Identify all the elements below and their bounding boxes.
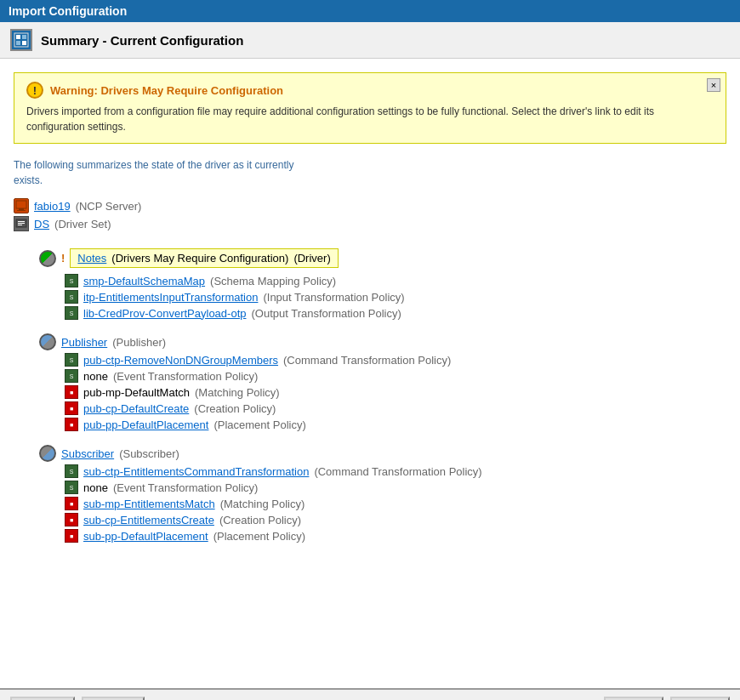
sub-mp-icon: ■ — [65, 497, 78, 510]
pub-etp-icon: S — [65, 369, 78, 383]
publisher-row: Publisher (Publisher) — [39, 333, 726, 350]
driver-label: (Driver) — [293, 252, 330, 265]
sub-policy-1: S none (Event Transformation Policy) — [65, 481, 726, 494]
pub-mp-icon: ■ — [65, 385, 78, 399]
pub-mp-name: pub-mp-DefaultMatch — [83, 386, 190, 399]
svg-rect-10 — [18, 223, 25, 224]
notes-bar: Notes (Drivers May Require Configuration… — [70, 248, 338, 268]
notes-label[interactable]: Notes — [77, 252, 106, 265]
pub-mp-label: (Matching Policy) — [195, 386, 280, 399]
subscriber-icon — [39, 445, 56, 462]
ncp-server-link[interactable]: fabio19 — [34, 200, 71, 213]
svg-rect-6 — [19, 208, 24, 210]
input-transform-link[interactable]: itp-EntitlementsInputTransformation — [83, 291, 258, 304]
pub-policy-3: ■ pub-cp-DefaultCreate (Creation Policy) — [65, 401, 726, 415]
sub-etp-label: (Event Transformation Policy) — [113, 481, 259, 494]
svg-rect-4 — [22, 41, 26, 45]
output-transform-icon: S — [65, 306, 78, 320]
input-transform-icon: S — [65, 290, 78, 304]
pub-pp-link[interactable]: pub-pp-DefaultPlacement — [83, 418, 208, 431]
sub-pp-icon: ■ — [65, 529, 78, 543]
title-bar: Import Configuration — [0, 0, 740, 22]
sub-cp-icon: ■ — [65, 513, 78, 526]
warning-body: Drivers imported from a configuration fi… — [26, 104, 714, 134]
cancel-button[interactable]: Cancel — [604, 697, 663, 700]
sub-cp-link[interactable]: sub-cp-EntitlementsCreate — [83, 514, 214, 526]
sub-ctp-icon: S — [65, 464, 78, 478]
subscriber-section: Subscriber (Subscriber) S sub-ctp-Entitl… — [39, 445, 726, 543]
warning-title-label: Warning: Drivers May Require Configurati… — [50, 84, 283, 97]
pub-policy-2: ■ pub-mp-DefaultMatch (Matching Policy) — [65, 385, 726, 399]
svg-rect-1 — [16, 35, 20, 39]
driver-set-link[interactable]: DS — [34, 218, 49, 230]
publisher-policies: S pub-ctp-RemoveNonDNGroupMembers (Comma… — [65, 353, 726, 431]
driver-policy-0: S smp-DefaultSchemaMap (Schema Mapping P… — [65, 274, 726, 287]
pub-policy-0: S pub-ctp-RemoveNonDNGroupMembers (Comma… — [65, 353, 726, 367]
publisher-link[interactable]: Publisher — [61, 336, 107, 349]
subscriber-label: (Subscriber) — [119, 447, 179, 460]
sub-pp-label: (Placement Policy) — [213, 530, 305, 543]
driver-policies: S smp-DefaultSchemaMap (Schema Mapping P… — [65, 274, 726, 320]
subscriber-row: Subscriber (Subscriber) — [39, 445, 726, 462]
svg-rect-9 — [18, 221, 25, 222]
driver-set-icon — [14, 216, 29, 231]
subscriber-link[interactable]: Subscriber — [61, 447, 114, 460]
schema-map-label: (Schema Mapping Policy) — [210, 275, 336, 287]
main-content: ! Warning: Drivers May Require Configura… — [0, 59, 740, 688]
pub-ctp-label: (Command Transformation Policy) — [283, 354, 451, 367]
sub-mp-link[interactable]: sub-mp-EntitlementsMatch — [83, 498, 215, 510]
finish-button[interactable]: Finish — [670, 697, 730, 700]
driver-notes-row: ! Notes (Drivers May Require Configurati… — [39, 245, 726, 271]
driver-set-row: DS (Driver Set) — [14, 216, 726, 231]
exclamation-icon: ! — [61, 252, 65, 265]
pub-ctp-icon: S — [65, 353, 78, 367]
sub-pp-link[interactable]: sub-pp-DefaultPlacement — [83, 530, 208, 543]
sub-mp-label: (Matching Policy) — [220, 498, 305, 510]
pub-cp-label: (Creation Policy) — [194, 402, 276, 415]
sub-policy-4: ■ sub-pp-DefaultPlacement (Placement Pol… — [65, 529, 726, 543]
warning-title-row: ! Warning: Drivers May Require Configura… — [26, 82, 714, 99]
ncp-server-icon — [14, 198, 29, 213]
header-bar: Summary - Current Configuration — [0, 22, 740, 59]
schema-map-link[interactable]: smp-DefaultSchemaMap — [83, 275, 205, 287]
output-transform-link[interactable]: lib-CredProv-ConvertPayload-otp — [83, 307, 246, 320]
svg-rect-2 — [22, 35, 26, 39]
svg-rect-11 — [18, 225, 22, 225]
driver-policy-2: S lib-CredProv-ConvertPayload-otp (Outpu… — [65, 306, 726, 320]
back-button[interactable]: << Back — [10, 697, 75, 700]
pub-ctp-link[interactable]: pub-ctp-RemoveNonDNGroupMembers — [83, 354, 278, 367]
pub-etp-label: (Event Transformation Policy) — [113, 370, 259, 383]
sub-policy-0: S sub-ctp-EntitlementsCommandTransformat… — [65, 464, 726, 478]
pub-policy-1: S none (Event Transformation Policy) — [65, 369, 726, 383]
pub-pp-label: (Placement Policy) — [213, 418, 305, 431]
warning-box: ! Warning: Drivers May Require Configura… — [14, 72, 726, 144]
publisher-label: (Publisher) — [112, 336, 166, 349]
notes-badge: (Drivers May Require Configuration) — [111, 252, 288, 265]
driver-policy-1: S itp-EntitlementsInputTransformation (I… — [65, 290, 726, 304]
sub-policy-3: ■ sub-cp-EntitlementsCreate (Creation Po… — [65, 513, 726, 526]
sub-ctp-link[interactable]: sub-ctp-EntitlementsCommandTransformatio… — [83, 465, 309, 478]
output-transform-label: (Output Transformation Policy) — [251, 307, 401, 320]
warning-icon: ! — [26, 82, 43, 99]
next-button[interactable]: Next >> — [82, 697, 145, 700]
footer-bar: << Back Next >> Cancel Finish — [0, 688, 740, 700]
pub-etp-name: none — [83, 370, 108, 383]
sub-cp-label: (Creation Policy) — [219, 514, 301, 526]
ncp-server-row: fabio19 (NCP Server) — [14, 198, 726, 213]
pub-policy-4: ■ pub-pp-DefaultPlacement (Placement Pol… — [65, 418, 726, 431]
publisher-section: Publisher (Publisher) S pub-ctp-RemoveNo… — [39, 333, 726, 431]
subscriber-policies: S sub-ctp-EntitlementsCommandTransformat… — [65, 464, 726, 543]
ncp-server-label: (NCP Server) — [76, 200, 142, 213]
driver-section: ! Notes (Drivers May Require Configurati… — [39, 245, 726, 320]
warning-close-button[interactable]: × — [707, 78, 720, 92]
sub-etp-icon: S — [65, 481, 78, 494]
pub-pp-icon: ■ — [65, 418, 78, 431]
summary-text: The following summarizes the state of th… — [14, 157, 726, 188]
svg-rect-7 — [17, 210, 26, 211]
publisher-icon — [39, 333, 56, 350]
schema-map-icon: S — [65, 274, 78, 287]
sub-policy-2: ■ sub-mp-EntitlementsMatch (Matching Pol… — [65, 497, 726, 510]
header-icon — [10, 29, 32, 51]
driver-set-label: (Driver Set) — [54, 218, 111, 230]
pub-cp-link[interactable]: pub-cp-DefaultCreate — [83, 402, 189, 415]
